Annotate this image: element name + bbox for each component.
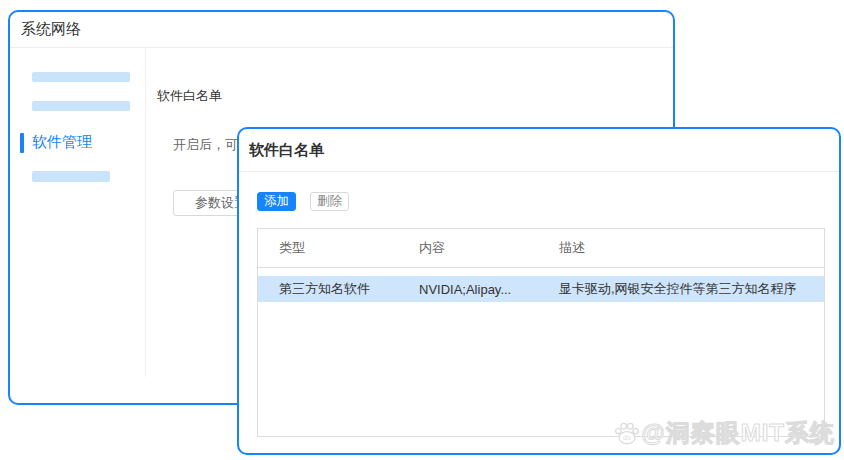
table-header-row: 类型 内容 描述 — [258, 229, 824, 268]
table-row[interactable]: 第三方知名软件 NVIDIA;Alipay... 显卡驱动,网银安全控件等第三方… — [258, 276, 824, 302]
cell-content: NVIDIA;Alipay... — [398, 282, 538, 297]
sidebar-skeleton-bar — [32, 101, 130, 111]
section-label: 软件白名单 — [157, 87, 222, 105]
cell-type: 第三方知名软件 — [258, 280, 398, 298]
software-whitelist-dialog: 软件白名单 添加 删除 类型 内容 描述 第三方知名软件 NVIDIA;Alip… — [237, 127, 841, 455]
sidebar: 软件管理 — [10, 48, 146, 377]
dialog-title: 软件白名单 — [239, 129, 839, 172]
sidebar-item-label: 软件管理 — [32, 133, 92, 152]
column-header-type: 类型 — [258, 239, 398, 257]
sidebar-item-software-management[interactable]: 软件管理 — [20, 132, 92, 153]
watermark-text: @洞察眼MIT系统 — [641, 417, 835, 449]
svg-text:du: du — [623, 434, 631, 441]
sidebar-skeleton-bar — [32, 171, 110, 182]
active-indicator — [20, 133, 24, 153]
screen: 系统网络 软件管理 软件白名单 开启后，可以 参数设置 软件白名单 添加 删除 — [0, 0, 844, 460]
sidebar-skeleton-bar — [32, 72, 130, 82]
cell-description: 显卡驱动,网银安全控件等第三方知名程序 — [538, 280, 824, 298]
column-header-content: 内容 — [398, 239, 538, 257]
whitelist-table: 类型 内容 描述 第三方知名软件 NVIDIA;Alipay... 显卡驱动,网… — [257, 228, 825, 437]
column-header-description: 描述 — [538, 239, 824, 257]
add-button[interactable]: 添加 — [257, 192, 296, 211]
watermark: du @洞察眼MIT系统 — [614, 417, 835, 449]
window-title: 系统网络 — [10, 12, 673, 48]
dialog-toolbar: 添加 删除 — [257, 192, 349, 211]
paw-icon: du — [614, 420, 640, 446]
delete-button[interactable]: 删除 — [310, 192, 349, 211]
